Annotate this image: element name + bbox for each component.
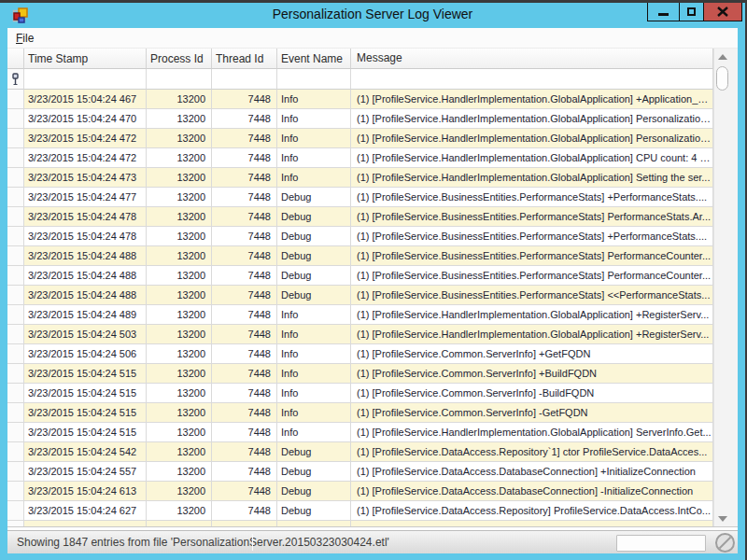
cell-message: (1) [ProfileService.BusinessEntities.Per… <box>351 188 713 207</box>
cell-message: (1) [ProfileService.DataAccess.Repositor… <box>351 442 713 462</box>
cell-process-id: 13200 <box>147 286 212 305</box>
log-row[interactable]: 3/23/2015 15:04:24 478 13200 7448 Debug … <box>7 227 713 246</box>
row-indicator <box>7 246 24 266</box>
cell-process-id: 13200 <box>147 168 212 188</box>
cell-time-stamp: 3/23/2015 15:04:24 515 <box>24 423 147 442</box>
cell-event-name: Debug <box>277 227 351 246</box>
cell-event-name: Info <box>277 305 351 325</box>
cell-time-stamp: 3/23/2015 15:04:24 470 <box>24 109 147 129</box>
menubar: File <box>7 28 738 49</box>
row-indicator <box>7 109 24 129</box>
partial-log-row[interactable] <box>7 521 713 526</box>
log-row[interactable]: 3/23/2015 15:04:24 557 13200 7448 Debug … <box>7 462 713 482</box>
cell-message: (1) [ProfileService.HandlerImplementatio… <box>351 129 713 148</box>
minimize-button[interactable] <box>648 3 679 21</box>
row-indicator <box>7 90 24 109</box>
cell-process-id: 13200 <box>147 344 212 364</box>
log-row[interactable]: 3/23/2015 15:04:24 515 13200 7448 Info (… <box>7 364 713 384</box>
cell-event-name: Info <box>277 325 351 344</box>
row-indicator <box>7 423 24 442</box>
log-row[interactable]: 3/23/2015 15:04:24 488 13200 7448 Debug … <box>7 286 713 305</box>
log-row[interactable]: 3/23/2015 15:04:24 515 13200 7448 Info (… <box>7 423 713 442</box>
column-header-thread-id[interactable]: Thread Id <box>212 49 277 69</box>
filter-cell-event-name[interactable] <box>277 69 351 90</box>
cell-process-id: 13200 <box>147 109 212 129</box>
pin-icon <box>10 73 21 86</box>
cell-event-name: Info <box>277 109 351 129</box>
vertical-scrollbar[interactable] <box>713 49 738 526</box>
close-button[interactable] <box>703 3 741 21</box>
cell-thread-id: 7448 <box>212 129 277 148</box>
log-row[interactable]: 3/23/2015 15:04:24 503 13200 7448 Info (… <box>7 325 713 344</box>
cell-event-name: Info <box>277 364 351 384</box>
cell-message: (1) [ProfileService.HandlerImplementatio… <box>351 305 713 325</box>
cell-thread-id: 7448 <box>212 364 277 384</box>
log-row[interactable]: 3/23/2015 15:04:24 489 13200 7448 Info (… <box>7 305 713 325</box>
cell-message: (1) [ProfileService.BusinessEntities.Per… <box>351 207 713 227</box>
caption-buttons <box>647 3 742 21</box>
cell-time-stamp: 3/23/2015 15:04:24 472 <box>24 148 147 168</box>
cell-time-stamp: 3/23/2015 15:04:24 542 <box>24 442 147 462</box>
filter-cell-thread-id[interactable] <box>212 69 277 90</box>
cell-event-name: Debug <box>277 246 351 266</box>
scroll-up-button[interactable] <box>715 49 729 64</box>
cell-time-stamp: 3/23/2015 15:04:24 477 <box>24 188 147 207</box>
close-icon <box>717 7 728 17</box>
cell-process-id: 13200 <box>147 325 212 344</box>
cell-event-name: Debug <box>277 207 351 227</box>
cancel-button[interactable] <box>714 532 736 553</box>
log-row[interactable]: 3/23/2015 15:04:24 627 13200 7448 Debug … <box>7 501 713 521</box>
log-row[interactable]: 3/23/2015 15:04:24 515 13200 7448 Info (… <box>7 384 713 403</box>
cell-process-id: 13200 <box>147 305 212 325</box>
log-row[interactable]: 3/23/2015 15:04:24 506 13200 7448 Info (… <box>7 344 713 364</box>
cell-event-name: Debug <box>277 286 351 305</box>
log-row[interactable]: 3/23/2015 15:04:24 472 13200 7448 Info (… <box>7 148 713 168</box>
column-header-event-name[interactable]: Event Name <box>277 49 351 69</box>
cell-time-stamp: 3/23/2015 15:04:24 515 <box>24 384 147 403</box>
column-header-message[interactable]: Message <box>351 49 713 69</box>
cell-process-id: 13200 <box>147 227 212 246</box>
log-row[interactable]: 3/23/2015 15:04:24 477 13200 7448 Debug … <box>7 188 713 207</box>
log-row[interactable]: 3/23/2015 15:04:24 467 13200 7448 Info (… <box>7 90 713 109</box>
filter-cell-message[interactable] <box>351 69 713 90</box>
cell-event-name: Info <box>277 90 351 109</box>
column-header-time-stamp[interactable]: Time Stamp <box>24 49 147 69</box>
cell-event-name: Debug <box>277 442 351 462</box>
log-row[interactable]: 3/23/2015 15:04:24 472 13200 7448 Info (… <box>7 129 713 148</box>
scroll-down-button[interactable] <box>715 511 729 526</box>
status-text: Showing 1847 entries from file 'Personal… <box>7 536 389 549</box>
cell-process-id: 13200 <box>147 148 212 168</box>
log-row[interactable]: 3/23/2015 15:04:24 478 13200 7448 Debug … <box>7 207 713 227</box>
cell-thread-id: 7448 <box>212 442 277 462</box>
column-header-process-id[interactable]: Process Id <box>147 49 212 69</box>
menu-file[interactable]: File <box>7 32 42 45</box>
scrollbar-thumb[interactable] <box>716 66 728 91</box>
cell-message: (1) [ProfileService.HandlerImplementatio… <box>351 148 713 168</box>
minimize-icon <box>658 13 669 16</box>
log-row[interactable]: 3/23/2015 15:04:24 515 13200 7448 Info (… <box>7 403 713 423</box>
cell-event-name: Info <box>277 384 351 403</box>
log-row[interactable]: 3/23/2015 15:04:24 542 13200 7448 Debug … <box>7 442 713 462</box>
cell-thread-id: 7448 <box>212 482 277 501</box>
row-indicator <box>7 501 24 521</box>
window-title: Personalization Server Log Viewer <box>0 7 745 21</box>
row-indicator <box>7 403 24 423</box>
log-row[interactable]: 3/23/2015 15:04:24 488 13200 7448 Debug … <box>7 266 713 286</box>
log-row[interactable]: 3/23/2015 15:04:24 473 13200 7448 Info (… <box>7 168 713 188</box>
cell-time-stamp: 3/23/2015 15:04:24 488 <box>24 266 147 286</box>
cell-message: (1) [ProfileService.DataAccess.Repositor… <box>351 501 713 521</box>
log-row[interactable]: 3/23/2015 15:04:24 613 13200 7448 Debug … <box>7 482 713 501</box>
row-indicator <box>7 482 24 501</box>
row-indicator <box>7 286 24 305</box>
app-window: Personalization Server Log Viewer File <box>0 0 747 560</box>
column-header-row: Time Stamp Process Id Thread Id Event Na… <box>7 49 713 69</box>
log-row[interactable]: 3/23/2015 15:04:24 470 13200 7448 Info (… <box>7 109 713 129</box>
log-row[interactable]: 3/23/2015 15:04:24 488 13200 7448 Debug … <box>7 246 713 266</box>
cell-message: (1) [ProfileService.BusinessEntities.Per… <box>351 286 713 305</box>
statusbar: Showing 1847 entries from file 'Personal… <box>7 530 738 553</box>
filter-cell-time-stamp[interactable] <box>24 69 147 90</box>
titlebar[interactable]: Personalization Server Log Viewer <box>0 3 745 28</box>
filter-cell-process-id[interactable] <box>147 69 212 90</box>
cell-process-id: 13200 <box>147 364 212 384</box>
maximize-button[interactable] <box>679 3 703 21</box>
